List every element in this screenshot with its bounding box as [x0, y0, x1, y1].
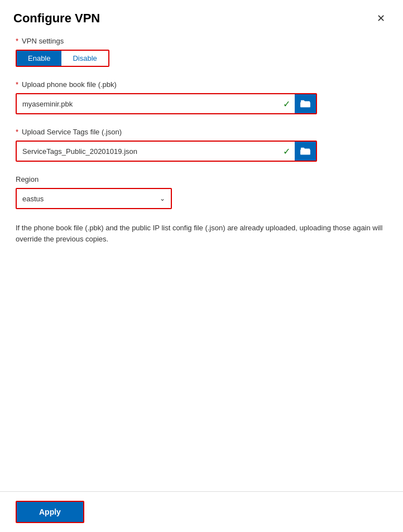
phone-book-browse-button[interactable]	[295, 94, 316, 113]
region-section: Region eastus westus eastus2 westus2 cen…	[16, 175, 387, 209]
dialog-title: Configure VPN	[13, 11, 100, 26]
configure-vpn-dialog: Configure VPN ✕ * VPN settings Enable Di…	[0, 0, 403, 532]
phone-book-input[interactable]	[17, 98, 279, 110]
phone-book-check: ✓	[279, 99, 295, 109]
region-select-group: eastus westus eastus2 westus2 centralus …	[16, 188, 172, 209]
required-star-pbk: *	[16, 80, 18, 89]
folder-icon	[300, 99, 310, 109]
service-tags-input[interactable]	[17, 145, 279, 158]
phone-book-section: * Upload phone book file (.pbk) ✓	[16, 80, 387, 114]
region-label-text: Region	[16, 175, 39, 183]
service-tags-input-group: ✓	[16, 141, 317, 162]
service-tags-label-text: Upload Service Tags file (.json)	[22, 128, 122, 136]
folder-icon-2	[300, 146, 310, 156]
service-tags-check: ✓	[279, 146, 295, 157]
dialog-body: * VPN settings Enable Disable * Upload p…	[0, 31, 403, 491]
phone-book-label: * Upload phone book file (.pbk)	[16, 80, 387, 89]
enable-button[interactable]: Enable	[17, 51, 61, 66]
phone-book-input-group: ✓	[16, 93, 317, 114]
apply-button[interactable]: Apply	[16, 501, 84, 523]
info-text: If the phone book file (.pbk) and the pu…	[16, 223, 387, 244]
dialog-header: Configure VPN ✕	[0, 0, 403, 31]
region-select[interactable]: eastus westus eastus2 westus2 centralus …	[17, 189, 154, 208]
vpn-settings-section: * VPN settings Enable Disable	[16, 37, 387, 67]
disable-button[interactable]: Disable	[61, 51, 108, 66]
service-tags-label: * Upload Service Tags file (.json)	[16, 128, 387, 136]
svg-rect-0	[300, 102, 310, 107]
svg-rect-1	[300, 149, 310, 154]
region-label: Region	[16, 175, 387, 183]
required-star-vpn: *	[16, 37, 18, 45]
chevron-down-icon: ⌄	[154, 189, 171, 208]
service-tags-section: * Upload Service Tags file (.json) ✓	[16, 128, 387, 162]
service-tags-browse-button[interactable]	[295, 142, 316, 161]
phone-book-label-text: Upload phone book file (.pbk)	[22, 80, 117, 89]
required-star-json: *	[16, 128, 18, 136]
vpn-settings-label: * VPN settings	[16, 37, 387, 45]
vpn-settings-label-text: VPN settings	[22, 37, 64, 45]
close-button[interactable]: ✕	[372, 11, 390, 26]
vpn-toggle-group: Enable Disable	[16, 50, 109, 67]
dialog-footer: Apply	[0, 491, 403, 532]
